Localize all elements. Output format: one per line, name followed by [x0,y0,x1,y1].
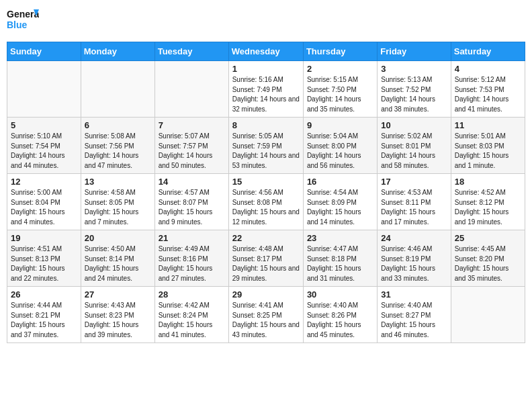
calendar-week-row: 12Sunrise: 5:00 AM Sunset: 8:04 PM Dayli… [7,174,525,230]
day-info: Sunrise: 4:49 AM Sunset: 8:16 PM Dayligh… [159,244,225,283]
col-header-wednesday: Wednesday [228,42,303,61]
day-info: Sunrise: 5:12 AM Sunset: 7:53 PM Dayligh… [455,75,521,114]
day-number: 13 [85,177,151,187]
day-number: 10 [381,120,447,130]
day-info: Sunrise: 5:10 AM Sunset: 7:54 PM Dayligh… [11,132,77,171]
day-number: 2 [307,64,373,74]
day-info: Sunrise: 4:40 AM Sunset: 8:26 PM Dayligh… [307,301,373,340]
col-header-monday: Monday [81,42,154,61]
calendar-cell: 16Sunrise: 4:54 AM Sunset: 8:09 PM Dayli… [303,174,377,230]
col-header-saturday: Saturday [451,42,525,61]
calendar-cell [81,61,154,118]
calendar-cell: 17Sunrise: 4:53 AM Sunset: 8:11 PM Dayli… [378,174,451,230]
day-number: 4 [455,64,521,74]
day-number: 22 [232,233,300,243]
calendar-week-row: 5Sunrise: 5:10 AM Sunset: 7:54 PM Daylig… [7,118,525,174]
day-info: Sunrise: 4:45 AM Sunset: 8:20 PM Dayligh… [455,244,521,283]
day-info: Sunrise: 4:40 AM Sunset: 8:27 PM Dayligh… [381,301,447,340]
day-info: Sunrise: 4:58 AM Sunset: 8:05 PM Dayligh… [85,188,151,227]
calendar-cell: 11Sunrise: 5:01 AM Sunset: 8:03 PM Dayli… [451,118,525,174]
calendar-cell: 9Sunrise: 5:04 AM Sunset: 8:00 PM Daylig… [303,118,377,174]
day-info: Sunrise: 5:15 AM Sunset: 7:50 PM Dayligh… [307,75,373,114]
calendar-cell: 28Sunrise: 4:42 AM Sunset: 8:24 PM Dayli… [154,287,228,343]
calendar-cell: 6Sunrise: 5:08 AM Sunset: 7:56 PM Daylig… [81,118,154,174]
calendar-cell: 5Sunrise: 5:10 AM Sunset: 7:54 PM Daylig… [7,118,81,174]
logo: General Blue [7,7,39,36]
calendar-cell: 24Sunrise: 4:46 AM Sunset: 8:19 PM Dayli… [378,230,451,287]
calendar-cell: 19Sunrise: 4:51 AM Sunset: 8:13 PM Dayli… [7,230,81,287]
day-number: 17 [381,177,447,187]
day-number: 26 [11,289,77,300]
day-info: Sunrise: 4:52 AM Sunset: 8:12 PM Dayligh… [455,188,521,227]
calendar-cell: 30Sunrise: 4:40 AM Sunset: 8:26 PM Dayli… [303,287,377,343]
day-number: 31 [381,289,447,300]
day-info: Sunrise: 5:05 AM Sunset: 7:59 PM Dayligh… [232,132,300,171]
day-number: 7 [159,120,225,130]
day-number: 8 [232,120,300,130]
header: General Blue [7,7,525,36]
calendar-cell: 27Sunrise: 4:43 AM Sunset: 8:23 PM Dayli… [81,287,154,343]
calendar-cell: 23Sunrise: 4:47 AM Sunset: 8:18 PM Dayli… [303,230,377,287]
day-info: Sunrise: 4:47 AM Sunset: 8:18 PM Dayligh… [307,244,373,283]
calendar-week-row: 26Sunrise: 4:44 AM Sunset: 8:21 PM Dayli… [7,287,525,343]
day-info: Sunrise: 5:08 AM Sunset: 7:56 PM Dayligh… [85,132,151,171]
day-info: Sunrise: 4:56 AM Sunset: 8:08 PM Dayligh… [232,188,300,227]
calendar-cell: 7Sunrise: 5:07 AM Sunset: 7:57 PM Daylig… [154,118,228,174]
calendar-cell: 10Sunrise: 5:02 AM Sunset: 8:01 PM Dayli… [378,118,451,174]
day-number: 1 [232,64,300,74]
day-number: 6 [85,120,151,130]
calendar-cell: 31Sunrise: 4:40 AM Sunset: 8:27 PM Dayli… [378,287,451,343]
logo-svg: General Blue [7,7,39,36]
calendar-cell [7,61,81,118]
day-info: Sunrise: 4:53 AM Sunset: 8:11 PM Dayligh… [381,188,447,227]
day-info: Sunrise: 5:04 AM Sunset: 8:00 PM Dayligh… [307,132,373,171]
svg-text:Blue: Blue [7,19,28,30]
day-number: 5 [11,120,77,130]
day-info: Sunrise: 4:43 AM Sunset: 8:23 PM Dayligh… [85,301,151,340]
col-header-tuesday: Tuesday [154,42,228,61]
day-number: 3 [381,64,447,74]
day-number: 28 [159,289,225,300]
day-info: Sunrise: 5:16 AM Sunset: 7:49 PM Dayligh… [232,75,300,114]
calendar-week-row: 19Sunrise: 4:51 AM Sunset: 8:13 PM Dayli… [7,230,525,287]
day-info: Sunrise: 4:50 AM Sunset: 8:14 PM Dayligh… [85,244,151,283]
calendar-cell: 15Sunrise: 4:56 AM Sunset: 8:08 PM Dayli… [228,174,303,230]
day-number: 16 [307,177,373,187]
day-info: Sunrise: 5:07 AM Sunset: 7:57 PM Dayligh… [159,132,225,171]
col-header-thursday: Thursday [303,42,377,61]
calendar-cell: 4Sunrise: 5:12 AM Sunset: 7:53 PM Daylig… [451,61,525,118]
calendar-cell: 22Sunrise: 4:48 AM Sunset: 8:17 PM Dayli… [228,230,303,287]
calendar-cell: 1Sunrise: 5:16 AM Sunset: 7:49 PM Daylig… [228,61,303,118]
calendar-cell: 14Sunrise: 4:57 AM Sunset: 8:07 PM Dayli… [154,174,228,230]
day-info: Sunrise: 5:13 AM Sunset: 7:52 PM Dayligh… [381,75,447,114]
day-info: Sunrise: 4:54 AM Sunset: 8:09 PM Dayligh… [307,188,373,227]
day-info: Sunrise: 4:51 AM Sunset: 8:13 PM Dayligh… [11,244,77,283]
calendar-week-row: 1Sunrise: 5:16 AM Sunset: 7:49 PM Daylig… [7,61,525,118]
day-info: Sunrise: 5:00 AM Sunset: 8:04 PM Dayligh… [11,188,77,227]
day-number: 20 [85,233,151,243]
day-info: Sunrise: 5:01 AM Sunset: 8:03 PM Dayligh… [455,132,521,171]
day-number: 19 [11,233,77,243]
calendar-cell: 25Sunrise: 4:45 AM Sunset: 8:20 PM Dayli… [451,230,525,287]
day-number: 24 [381,233,447,243]
calendar-cell: 3Sunrise: 5:13 AM Sunset: 7:52 PM Daylig… [378,61,451,118]
day-number: 30 [307,289,373,300]
day-info: Sunrise: 4:48 AM Sunset: 8:17 PM Dayligh… [232,244,300,283]
day-info: Sunrise: 4:57 AM Sunset: 8:07 PM Dayligh… [159,188,225,227]
calendar-cell: 12Sunrise: 5:00 AM Sunset: 8:04 PM Dayli… [7,174,81,230]
day-number: 27 [85,289,151,300]
day-number: 29 [232,289,300,300]
day-number: 11 [455,120,521,130]
calendar-cell: 26Sunrise: 4:44 AM Sunset: 8:21 PM Dayli… [7,287,81,343]
col-header-friday: Friday [378,42,451,61]
day-info: Sunrise: 4:46 AM Sunset: 8:19 PM Dayligh… [381,244,447,283]
col-header-sunday: Sunday [7,42,81,61]
day-number: 9 [307,120,373,130]
day-number: 21 [159,233,225,243]
day-number: 18 [455,177,521,187]
day-number: 25 [455,233,521,243]
day-number: 14 [159,177,225,187]
calendar-cell: 29Sunrise: 4:41 AM Sunset: 8:25 PM Dayli… [228,287,303,343]
day-info: Sunrise: 4:41 AM Sunset: 8:25 PM Dayligh… [232,301,300,340]
day-number: 12 [11,177,77,187]
